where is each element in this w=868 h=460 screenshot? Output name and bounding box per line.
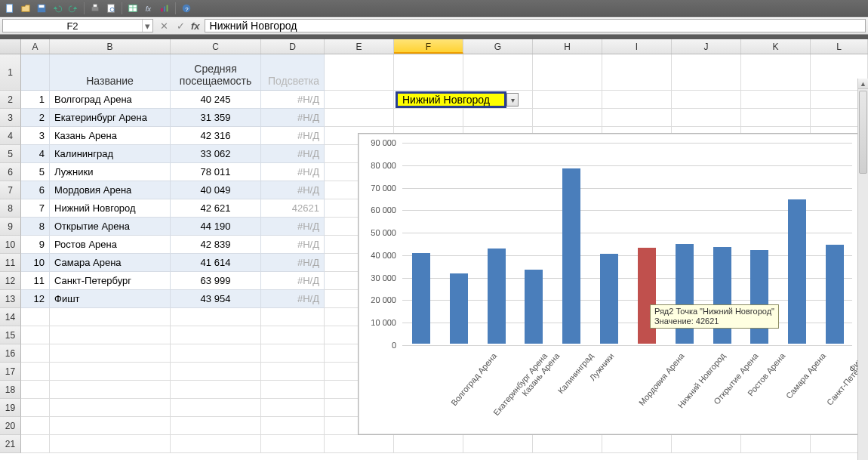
cell-A4[interactable]: 3 (21, 127, 50, 145)
cell-A15[interactable] (21, 326, 50, 344)
row-header[interactable]: 11 (0, 254, 21, 272)
cell-D17[interactable] (261, 363, 325, 381)
cell-I1[interactable] (602, 54, 672, 91)
cell-C5[interactable]: 33 062 (171, 145, 261, 163)
open-icon[interactable] (19, 2, 32, 15)
cell-A7[interactable]: 6 (21, 181, 50, 199)
chart-bar[interactable] (600, 254, 618, 344)
col-header-G[interactable]: G (463, 39, 533, 54)
cell-C12[interactable]: 63 999 (171, 272, 261, 290)
cell-F1[interactable] (394, 54, 463, 91)
cell-C19[interactable] (171, 399, 261, 417)
cell-B7[interactable]: Мордовия Арена (50, 181, 171, 199)
cell-D2[interactable]: #Н/Д (261, 91, 325, 109)
row-header[interactable]: 12 (0, 272, 21, 290)
row-header[interactable]: 13 (0, 290, 21, 308)
cell-B5[interactable]: Калининград (50, 145, 171, 163)
cell-B16[interactable] (50, 344, 171, 363)
cell-B11[interactable]: Самара Арена (50, 254, 171, 272)
cell-D1[interactable]: Подсветка (261, 54, 325, 91)
cell-E21[interactable] (325, 435, 394, 453)
col-header-F[interactable]: F (394, 39, 463, 54)
redo-icon[interactable] (66, 2, 80, 15)
cancel-formula-icon[interactable]: ✕ (158, 20, 170, 32)
row-header[interactable]: 18 (0, 381, 21, 399)
cell-D7[interactable]: #Н/Д (261, 181, 325, 199)
cell-E3[interactable] (325, 109, 394, 127)
cell-K1[interactable] (741, 54, 811, 91)
row-header[interactable]: 17 (0, 363, 21, 381)
cell-F21[interactable] (394, 435, 463, 453)
cell-C21[interactable] (171, 435, 261, 453)
print-icon[interactable] (88, 2, 102, 15)
cell-C17[interactable] (171, 363, 261, 381)
cell-C4[interactable]: 42 316 (171, 127, 261, 145)
cell-A3[interactable]: 2 (21, 109, 50, 127)
cell-C14[interactable] (171, 308, 261, 326)
chart-bar[interactable] (788, 199, 806, 344)
cell-C6[interactable]: 78 011 (171, 163, 261, 181)
row-header[interactable]: 5 (0, 145, 21, 163)
row-header[interactable]: 10 (0, 236, 21, 254)
col-header-B[interactable]: B (50, 39, 171, 54)
name-box-input[interactable] (3, 20, 142, 32)
cell-A8[interactable]: 7 (21, 199, 50, 218)
cell-F3[interactable] (394, 109, 463, 127)
cell-D13[interactable]: #Н/Д (261, 290, 325, 308)
row-header[interactable]: 9 (0, 218, 21, 236)
cell-D10[interactable]: #Н/Д (261, 236, 325, 254)
cell-B10[interactable]: Ростов Арена (50, 236, 171, 254)
cell-A18[interactable] (21, 381, 50, 399)
cell-D5[interactable]: #Н/Д (261, 145, 325, 163)
cell-A10[interactable]: 9 (21, 236, 50, 254)
cell-G1[interactable] (463, 54, 533, 91)
chart-bar[interactable] (562, 168, 580, 344)
cell-D21[interactable] (261, 435, 325, 453)
cell-I21[interactable] (602, 435, 672, 453)
cell-C11[interactable]: 41 614 (171, 254, 261, 272)
cell-H2[interactable] (533, 91, 602, 109)
cell-A16[interactable] (21, 344, 50, 363)
row-header[interactable]: 6 (0, 163, 21, 181)
cell-B13[interactable]: Фишт (50, 290, 171, 308)
cell-D12[interactable]: #Н/Д (261, 272, 325, 290)
col-header-A[interactable]: A (21, 39, 50, 54)
table-icon[interactable] (126, 2, 140, 15)
cell-A21[interactable] (21, 435, 50, 453)
cell-G21[interactable] (463, 435, 533, 453)
cell-A14[interactable] (21, 308, 50, 326)
chart-bar[interactable] (450, 273, 468, 344)
row-header[interactable]: 20 (0, 417, 21, 435)
cell-D4[interactable]: #Н/Д (261, 127, 325, 145)
cell-B6[interactable]: Лужники (50, 163, 171, 181)
cell-A9[interactable]: 8 (21, 218, 50, 236)
formula-input[interactable]: Нижний Новгород (205, 19, 866, 32)
cell-C10[interactable]: 42 839 (171, 236, 261, 254)
col-header-D[interactable]: D (261, 39, 325, 54)
chart-bar[interactable] (713, 247, 731, 344)
cell-J2[interactable] (672, 91, 741, 109)
col-header-L[interactable]: L (811, 39, 868, 54)
cell-J21[interactable] (672, 435, 741, 453)
name-box[interactable]: ▾ (2, 19, 153, 32)
cell-I3[interactable] (602, 109, 672, 127)
cell-D14[interactable] (261, 308, 325, 326)
cell-B9[interactable]: Открытие Арена (50, 218, 171, 236)
chart-bar[interactable] (525, 270, 543, 344)
cell-I2[interactable] (602, 91, 672, 109)
function-icon[interactable]: fx (142, 2, 155, 15)
cell-C7[interactable]: 40 049 (171, 181, 261, 199)
cell-G3[interactable] (463, 109, 533, 127)
cell-B17[interactable] (50, 363, 171, 381)
cell-A1[interactable] (21, 54, 50, 91)
cell-C1[interactable]: Средняя посещаемость (171, 54, 261, 91)
cell-C9[interactable]: 44 190 (171, 218, 261, 236)
cell-A2[interactable]: 1 (21, 91, 50, 109)
chart-bar[interactable] (750, 250, 768, 344)
row-header[interactable]: 16 (0, 344, 21, 363)
cell-A12[interactable]: 11 (21, 272, 50, 290)
worksheet[interactable]: A B C D E F G H I J K L 1НазваниеСредняя… (0, 39, 868, 460)
scroll-thumb[interactable] (859, 91, 867, 174)
cell-E2[interactable] (325, 91, 394, 109)
cell-B4[interactable]: Казань Арена (50, 127, 171, 145)
